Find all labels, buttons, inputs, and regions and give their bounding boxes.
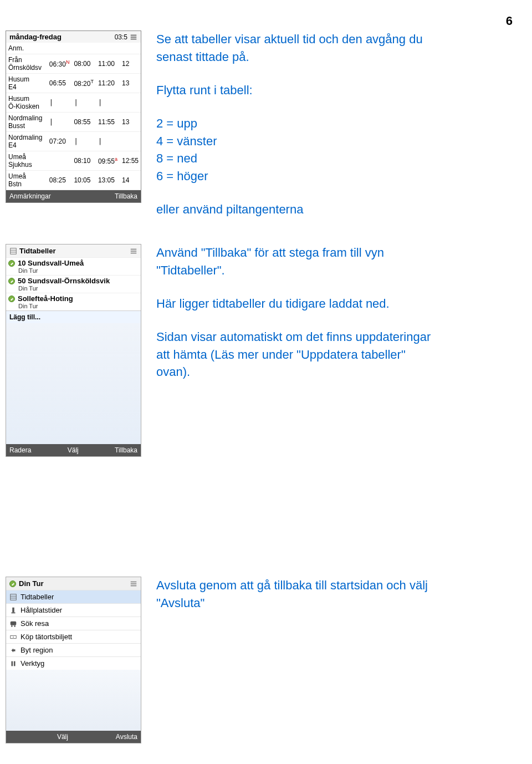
footer-right[interactable]: Avsluta	[116, 733, 137, 741]
page-number: 6	[506, 14, 513, 28]
time-cell	[71, 43, 96, 54]
footer-mid[interactable]: Välj	[68, 446, 79, 454]
time-cell: 11:55	[96, 113, 120, 132]
menu-item-tidtabeller[interactable]: Tidtabeller	[6, 590, 141, 603]
instruction-line: Se att tabeller visar aktuell tid och de…	[156, 30, 433, 66]
table-row: HusumÖ-Kiosken|||	[6, 93, 141, 113]
footer-right[interactable]: Tillbaka	[115, 192, 137, 200]
options-icon	[130, 580, 137, 588]
menu-item-k-p-t-tortsbiljett[interactable]: Köp tätortsbiljett	[6, 630, 141, 643]
svg-rect-12	[11, 594, 17, 600]
list-item[interactable]: 50 Sundsvall-ÖrnsköldsvikDin Tur	[6, 275, 141, 293]
footer-mid[interactable]: Välj	[57, 733, 68, 741]
instruction-block-3: Avsluta genom att gå tillbaka till start…	[156, 577, 433, 612]
options-icon	[130, 33, 137, 41]
svg-rect-9	[131, 581, 137, 582]
footer-bar: Anmärkningar Tillbaka	[6, 190, 141, 202]
svg-rect-2	[131, 38, 137, 39]
time-cell: 12:55	[120, 151, 141, 171]
route-name: 10 Sundsvall-Umeå	[18, 259, 84, 267]
time-cell: 08:00	[71, 54, 96, 74]
time-cell: 09:55a	[96, 151, 120, 171]
table-row: NordmalingBusst|08:5511:5513	[6, 113, 141, 132]
time-cell	[120, 93, 141, 113]
row-label: UmeåBstn	[6, 171, 47, 190]
list-title: Tidtabeller	[19, 247, 56, 255]
time-cell: |	[96, 132, 120, 151]
time-cell: 07:20	[47, 132, 72, 151]
list-item[interactable]: Sollefteå-HotingDin Tur	[6, 293, 141, 310]
svg-point-20	[13, 636, 14, 638]
time-cell: 08:25	[47, 171, 72, 190]
svg-rect-15	[12, 607, 14, 612]
footer-left[interactable]: Anmärkningar	[9, 192, 51, 200]
instruction-line: 2 = upp	[156, 115, 433, 133]
app-title: Din Tur	[19, 579, 44, 588]
menu-label: Sök resa	[21, 619, 49, 628]
instruction-line: eller använd piltangenterna	[156, 201, 433, 218]
timetable-icon	[9, 593, 17, 601]
footer-bar: Radera Välj Tillbaka	[6, 444, 141, 456]
main-menu-screenshot: Din Tur TidtabellerHållplatstiderSök res…	[6, 577, 141, 743]
table-row: NordmalingE407:20||	[6, 132, 141, 151]
tools-icon	[9, 660, 17, 668]
row-label: FrånÖrnsköldsv	[6, 54, 47, 74]
time-cell	[96, 43, 120, 54]
stop-icon	[9, 607, 17, 614]
menu-item-byt-region[interactable]: Byt region	[6, 643, 141, 656]
svg-rect-22	[14, 661, 16, 666]
row-label: HusumE4	[6, 74, 47, 93]
svg-rect-17	[11, 621, 17, 625]
time-cell	[47, 151, 72, 171]
route-name: 50 Sundsvall-Örnsköldsvik	[18, 277, 110, 285]
time-cell: |	[71, 93, 96, 113]
update-icon	[8, 278, 15, 284]
time-cell	[120, 43, 141, 54]
instruction-line: Avsluta genom att gå tillbaka till start…	[156, 577, 433, 612]
instruction-line: 6 = höger	[156, 167, 433, 185]
time-cell: 14	[120, 171, 141, 190]
table-row: FrånÖrnsköldsv06:30N08:0011:0012	[6, 54, 141, 74]
svg-rect-3	[11, 248, 17, 254]
instruction-line: 4 = vänster	[156, 133, 433, 150]
instruction-line: Här ligger tidtabeller du tidigare ladda…	[156, 295, 433, 313]
time-cell: 13	[120, 113, 141, 132]
time-cell: |	[71, 132, 96, 151]
svg-point-18	[11, 625, 13, 627]
time-cell: 11:00	[96, 54, 120, 74]
time-cell: |	[47, 93, 72, 113]
time-cell: 10:05	[71, 171, 96, 190]
time-cell: |	[47, 113, 72, 132]
svg-rect-10	[131, 583, 137, 584]
footer-left[interactable]: Radera	[9, 446, 31, 454]
status-icon	[9, 580, 16, 587]
empty-area	[6, 323, 141, 444]
table-row: UmeåSjukhus08:1009:55a12:55	[6, 151, 141, 171]
route-name: Sollefteå-Hoting	[18, 294, 73, 303]
provider-name: Din Tur	[8, 303, 137, 309]
row-label: NordmalingE4	[6, 132, 47, 151]
svg-rect-0	[131, 34, 137, 35]
menu-label: Köp tätortsbiljett	[21, 633, 72, 641]
svg-rect-7	[131, 251, 137, 252]
options-icon	[130, 247, 137, 255]
menu-item-verktyg[interactable]: Verktyg	[6, 656, 141, 670]
list-item[interactable]: 10 Sundsvall-UmeåDin Tur	[6, 257, 141, 275]
svg-rect-21	[12, 661, 13, 666]
svg-rect-11	[131, 585, 137, 586]
time-cell	[47, 43, 72, 54]
update-icon	[8, 296, 15, 302]
menu-item-s-k-resa[interactable]: Sök resa	[6, 617, 141, 630]
time-cell: 08:10	[71, 151, 96, 171]
menu-item-h-llplatstider[interactable]: Hållplatstider	[6, 603, 141, 617]
menu-label: Verktyg	[21, 659, 44, 668]
time-cell: 06:55	[47, 74, 72, 93]
update-icon	[8, 260, 15, 267]
region-icon	[9, 646, 17, 654]
instruction-line: Flytta runt i tabell:	[156, 82, 433, 99]
time-cell: 11:20	[96, 74, 120, 93]
add-item[interactable]: Lägg till...	[6, 310, 141, 323]
footer-right[interactable]: Tillbaka	[115, 446, 137, 454]
menu-label: Hållplatstider	[21, 606, 62, 614]
timetable-screenshot: måndag-fredag 03:5 Anm.FrånÖrnsköldsv06:…	[6, 30, 141, 203]
